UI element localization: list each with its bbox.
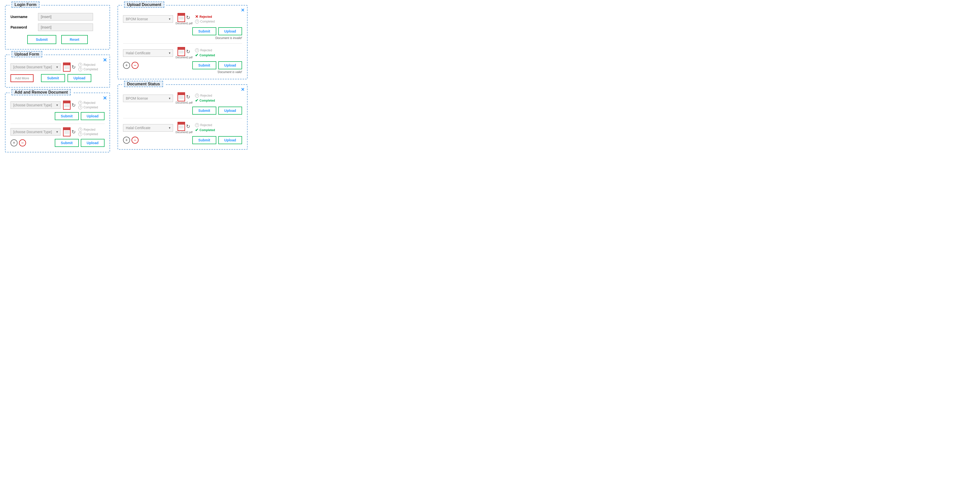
halal-pdf-icon: ↻ — [178, 47, 190, 56]
completed-status-2: ? Completed — [78, 132, 98, 136]
doc-icon-container: ↻ — [63, 62, 76, 72]
add-remove-title: Add and Remove Document — [10, 89, 73, 95]
rejected-question-icon-2: ? — [78, 127, 82, 132]
document-status-close-button[interactable]: ✕ — [241, 87, 245, 92]
ds-halal-doc-icon: ↻ Document2.pdf — [175, 122, 192, 134]
password-input[interactable] — [38, 24, 93, 31]
bpom-actions-row: Submit Upload — [123, 27, 242, 35]
username-input[interactable] — [38, 13, 93, 21]
completed-status: ? Completed — [78, 67, 98, 71]
right-column: Upload Document ✕ BPOM license — [118, 5, 248, 152]
ds-bpom-select[interactable]: BPOM license — [123, 95, 173, 102]
doc-status-row1: BPOM license ↻ Document1.p — [123, 92, 242, 104]
ds-bpom-status-group: ? Rejected ✔ Completed — [195, 94, 215, 103]
halal-submit-button[interactable]: Submit — [192, 61, 216, 69]
doc-type-select[interactable]: [choose Document Type] — [11, 63, 60, 71]
bpom-select[interactable]: BPOM license — [123, 15, 173, 23]
login-form-content: Username Password Submit Reset — [11, 13, 105, 44]
doc-status-divider — [123, 118, 242, 118]
add-remove-upload-button-1[interactable]: Upload — [81, 112, 105, 120]
upload-form-submit-button[interactable]: Submit — [41, 74, 65, 82]
doc-type-select-wrapper: [choose Document Type] — [11, 63, 60, 71]
halal-pdf-svg — [178, 47, 185, 56]
add-more-button[interactable]: Add More — [11, 74, 33, 82]
pdf-icon-1 — [63, 100, 70, 110]
ds-halal-upload-button[interactable]: Upload — [218, 136, 242, 144]
add-remove-content: [choose Document Type] ↻ — [11, 100, 105, 147]
password-row: Password — [11, 24, 105, 31]
document-status-content: BPOM license ↻ Document1.p — [123, 92, 242, 144]
ds-bpom-rejected-status: ? Rejected — [195, 94, 215, 97]
add-remove-row2: [choose Document Type] ↻ — [11, 127, 105, 136]
upload-form-close-button[interactable]: ✕ — [103, 57, 107, 63]
halal-upload-button[interactable]: Upload — [218, 61, 242, 69]
refresh-icon-2[interactable]: ↻ — [72, 129, 76, 135]
username-label: Username — [11, 15, 38, 19]
refresh-icon[interactable]: ↻ — [72, 64, 76, 70]
completed-question-icon: ? — [78, 67, 82, 71]
upload-doc-row1: BPOM license ↻ Document1.p — [123, 13, 242, 25]
ds-halal-rejected-status: ? Rejected — [195, 123, 215, 127]
halal-remove-button[interactable]: − — [132, 62, 138, 69]
ds-bpom-completed-status: ✔ Completed — [195, 98, 215, 103]
add-row-button[interactable]: + — [11, 139, 18, 147]
halal-completed-status: ✔ Completed — [195, 53, 215, 57]
add-remove-submit-button-2[interactable]: Submit — [55, 139, 78, 147]
upload-form-upload-button[interactable]: Upload — [67, 74, 91, 82]
add-remove-select-wrapper-2: [choose Document Type] — [11, 128, 60, 135]
rejected-status-2: ? Rejected — [78, 127, 98, 132]
ds-halal-remove-button[interactable]: − — [132, 137, 138, 143]
login-form-panel: Login Form Username Password Submit Rese… — [5, 5, 110, 49]
ds-halal-actions-row: + − Submit Upload — [123, 136, 242, 144]
ds-halal-pdf-svg — [178, 122, 185, 131]
login-reset-button[interactable]: Reset — [61, 35, 88, 44]
bpom-upload-button[interactable]: Upload — [218, 27, 242, 35]
login-btn-row: Submit Reset — [11, 35, 105, 44]
ds-bpom-rejected-question-icon: ? — [195, 94, 199, 97]
ds-halal-select-wrapper: Halal Certificate — [123, 124, 173, 132]
add-remove-close-button[interactable]: ✕ — [103, 95, 107, 101]
upload-document-panel: Upload Document ✕ BPOM license — [118, 5, 248, 79]
halal-select[interactable]: Halal Certificate — [123, 49, 173, 57]
halal-rejected-status: ? Rejected — [195, 48, 215, 52]
login-submit-button[interactable]: Submit — [27, 35, 56, 44]
add-remove-upload-button-2[interactable]: Upload — [81, 139, 105, 147]
add-remove-submit-button-1[interactable]: Submit — [55, 112, 78, 120]
add-remove-panel: Add and Remove Document ✕ [choose Docume… — [5, 92, 110, 152]
upload-doc-row2: Halal Certificate ↻ Docume — [123, 47, 242, 59]
ds-halal-select[interactable]: Halal Certificate — [123, 124, 173, 132]
halal-add-button[interactable]: + — [123, 62, 130, 69]
ds-bpom-submit-button[interactable]: Submit — [192, 107, 216, 115]
add-remove-actions-1: Submit Upload — [11, 112, 105, 120]
add-remove-doc-select-1[interactable]: [choose Document Type] — [11, 101, 60, 109]
bpom-select-wrapper: BPOM license — [123, 15, 173, 23]
ds-halal-check-icon: ✔ — [195, 127, 198, 132]
halal-refresh-icon[interactable]: ↻ — [186, 49, 190, 54]
upload-form-actions-row: Add More Submit Upload — [11, 74, 105, 82]
ds-bpom-select-wrapper: BPOM license — [123, 95, 173, 102]
add-remove-row1: [choose Document Type] ↻ — [11, 100, 105, 110]
bpom-submit-button[interactable]: Submit — [192, 27, 216, 35]
doc-icon-1: ↻ — [63, 100, 76, 110]
rejected-question-icon: ? — [78, 63, 82, 67]
ds-halal-refresh-icon[interactable]: ↻ — [186, 123, 190, 129]
ds-bpom-doc-icon: ↻ Document1.pdf — [175, 92, 192, 104]
add-remove-doc-select-2[interactable]: [choose Document Type] — [11, 128, 60, 135]
bpom-refresh-icon[interactable]: ↻ — [186, 14, 190, 21]
rejected-status: ? Rejected — [78, 63, 98, 67]
svg-rect-16 — [178, 13, 185, 16]
ds-bpom-upload-button[interactable]: Upload — [218, 107, 242, 115]
halal-actions-row: + − Submit Upload — [123, 61, 242, 69]
remove-row-button[interactable]: − — [19, 139, 26, 147]
left-column: Login Form Username Password Submit Rese… — [5, 5, 110, 152]
refresh-icon-1[interactable]: ↻ — [72, 102, 76, 108]
ds-halal-submit-button[interactable]: Submit — [192, 136, 216, 144]
bpom-rejected-status: ✕ Rejected — [195, 14, 215, 19]
pdf-icon — [63, 62, 70, 72]
ds-bpom-refresh-icon[interactable]: ↻ — [186, 94, 190, 100]
completed-question-icon-2: ? — [78, 132, 82, 136]
document-status-title: Document Status — [122, 81, 165, 87]
ds-bpom-check-icon: ✔ — [195, 98, 198, 103]
upload-document-close-button[interactable]: ✕ — [241, 8, 245, 13]
ds-halal-add-button[interactable]: + — [123, 137, 130, 143]
